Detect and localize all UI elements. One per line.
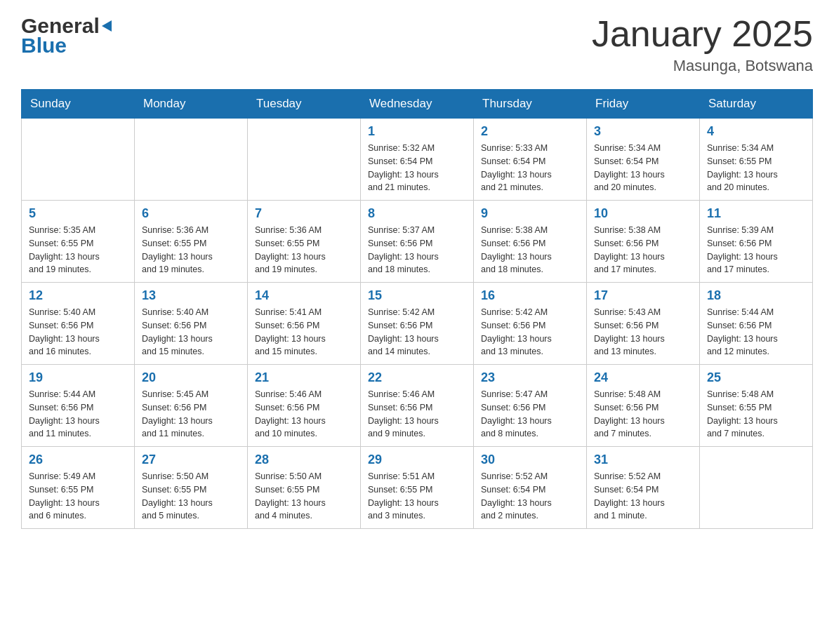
day-number: 8 <box>368 206 466 221</box>
day-of-week-header: Sunday <box>22 90 135 119</box>
day-number: 26 <box>29 452 127 467</box>
day-number: 2 <box>481 124 579 139</box>
calendar-cell: 13Sunrise: 5:40 AM Sunset: 6:56 PM Dayli… <box>135 283 248 365</box>
day-info: Sunrise: 5:39 AM Sunset: 6:56 PM Dayligh… <box>707 224 805 276</box>
day-number: 15 <box>368 288 466 303</box>
calendar-cell: 19Sunrise: 5:44 AM Sunset: 6:56 PM Dayli… <box>22 365 135 447</box>
day-number: 1 <box>368 124 466 139</box>
calendar-cell: 30Sunrise: 5:52 AM Sunset: 6:54 PM Dayli… <box>474 447 587 529</box>
day-number: 16 <box>481 288 579 303</box>
calendar-cell: 28Sunrise: 5:50 AM Sunset: 6:55 PM Dayli… <box>248 447 361 529</box>
day-info: Sunrise: 5:42 AM Sunset: 6:56 PM Dayligh… <box>368 306 466 358</box>
calendar-cell: 25Sunrise: 5:48 AM Sunset: 6:55 PM Dayli… <box>700 365 813 447</box>
page-header: General Blue January 2025 Masunga, Botsw… <box>21 14 813 75</box>
day-number: 19 <box>29 370 127 385</box>
calendar-week-row: 26Sunrise: 5:49 AM Sunset: 6:55 PM Dayli… <box>22 447 813 529</box>
calendar-week-row: 5Sunrise: 5:35 AM Sunset: 6:55 PM Daylig… <box>22 201 813 283</box>
calendar-week-row: 12Sunrise: 5:40 AM Sunset: 6:56 PM Dayli… <box>22 283 813 365</box>
calendar-cell: 20Sunrise: 5:45 AM Sunset: 6:56 PM Dayli… <box>135 365 248 447</box>
day-info: Sunrise: 5:52 AM Sunset: 6:54 PM Dayligh… <box>594 470 692 523</box>
calendar-cell <box>135 119 248 201</box>
day-number: 25 <box>707 370 805 385</box>
day-number: 14 <box>255 288 353 303</box>
calendar-cell <box>248 119 361 201</box>
day-info: Sunrise: 5:42 AM Sunset: 6:56 PM Dayligh… <box>481 306 579 358</box>
calendar-cell: 29Sunrise: 5:51 AM Sunset: 6:55 PM Dayli… <box>361 447 474 529</box>
day-info: Sunrise: 5:46 AM Sunset: 6:56 PM Dayligh… <box>368 388 466 441</box>
day-of-week-header: Wednesday <box>361 90 474 119</box>
day-info: Sunrise: 5:44 AM Sunset: 6:56 PM Dayligh… <box>707 306 805 358</box>
day-info: Sunrise: 5:45 AM Sunset: 6:56 PM Dayligh… <box>142 388 240 441</box>
day-number: 10 <box>594 206 692 221</box>
day-number: 24 <box>594 370 692 385</box>
calendar-cell: 18Sunrise: 5:44 AM Sunset: 6:56 PM Dayli… <box>700 283 813 365</box>
day-of-week-header: Thursday <box>474 90 587 119</box>
location: Masunga, Botswana <box>592 57 813 75</box>
calendar-cell: 22Sunrise: 5:46 AM Sunset: 6:56 PM Dayli… <box>361 365 474 447</box>
calendar-cell <box>22 119 135 201</box>
day-info: Sunrise: 5:49 AM Sunset: 6:55 PM Dayligh… <box>29 470 127 523</box>
calendar-cell: 8Sunrise: 5:37 AM Sunset: 6:56 PM Daylig… <box>361 201 474 283</box>
calendar-cell: 17Sunrise: 5:43 AM Sunset: 6:56 PM Dayli… <box>587 283 700 365</box>
calendar-cell: 3Sunrise: 5:34 AM Sunset: 6:54 PM Daylig… <box>587 119 700 201</box>
day-info: Sunrise: 5:37 AM Sunset: 6:56 PM Dayligh… <box>368 224 466 276</box>
calendar-cell: 5Sunrise: 5:35 AM Sunset: 6:55 PM Daylig… <box>22 201 135 283</box>
calendar-cell: 27Sunrise: 5:50 AM Sunset: 6:55 PM Dayli… <box>135 447 248 529</box>
logo-blue-text: Blue <box>21 34 112 58</box>
day-info: Sunrise: 5:50 AM Sunset: 6:55 PM Dayligh… <box>142 470 240 523</box>
calendar-table: SundayMondayTuesdayWednesdayThursdayFrid… <box>21 89 813 529</box>
title-section: January 2025 Masunga, Botswana <box>592 14 813 75</box>
day-info: Sunrise: 5:50 AM Sunset: 6:55 PM Dayligh… <box>255 470 353 523</box>
day-info: Sunrise: 5:48 AM Sunset: 6:55 PM Dayligh… <box>707 388 805 441</box>
calendar-cell: 11Sunrise: 5:39 AM Sunset: 6:56 PM Dayli… <box>700 201 813 283</box>
day-number: 9 <box>481 206 579 221</box>
calendar-cell: 7Sunrise: 5:36 AM Sunset: 6:55 PM Daylig… <box>248 201 361 283</box>
day-info: Sunrise: 5:47 AM Sunset: 6:56 PM Dayligh… <box>481 388 579 441</box>
day-info: Sunrise: 5:44 AM Sunset: 6:56 PM Dayligh… <box>29 388 127 441</box>
day-info: Sunrise: 5:51 AM Sunset: 6:55 PM Dayligh… <box>368 470 466 523</box>
day-number: 3 <box>594 124 692 139</box>
day-number: 21 <box>255 370 353 385</box>
calendar-cell: 12Sunrise: 5:40 AM Sunset: 6:56 PM Dayli… <box>22 283 135 365</box>
calendar-cell: 4Sunrise: 5:34 AM Sunset: 6:55 PM Daylig… <box>700 119 813 201</box>
calendar-cell: 14Sunrise: 5:41 AM Sunset: 6:56 PM Dayli… <box>248 283 361 365</box>
day-of-week-header: Monday <box>135 90 248 119</box>
calendar-cell: 26Sunrise: 5:49 AM Sunset: 6:55 PM Dayli… <box>22 447 135 529</box>
day-number: 30 <box>481 452 579 467</box>
day-number: 18 <box>707 288 805 303</box>
day-info: Sunrise: 5:41 AM Sunset: 6:56 PM Dayligh… <box>255 306 353 358</box>
month-title: January 2025 <box>592 14 813 54</box>
calendar-cell <box>700 447 813 529</box>
day-info: Sunrise: 5:36 AM Sunset: 6:55 PM Dayligh… <box>255 224 353 276</box>
day-info: Sunrise: 5:38 AM Sunset: 6:56 PM Dayligh… <box>594 224 692 276</box>
day-info: Sunrise: 5:34 AM Sunset: 6:55 PM Dayligh… <box>707 142 805 194</box>
day-info: Sunrise: 5:52 AM Sunset: 6:54 PM Dayligh… <box>481 470 579 523</box>
day-number: 6 <box>142 206 240 221</box>
calendar-cell: 2Sunrise: 5:33 AM Sunset: 6:54 PM Daylig… <box>474 119 587 201</box>
day-info: Sunrise: 5:33 AM Sunset: 6:54 PM Dayligh… <box>481 142 579 194</box>
day-number: 22 <box>368 370 466 385</box>
calendar-cell: 16Sunrise: 5:42 AM Sunset: 6:56 PM Dayli… <box>474 283 587 365</box>
calendar-cell: 10Sunrise: 5:38 AM Sunset: 6:56 PM Dayli… <box>587 201 700 283</box>
day-number: 4 <box>707 124 805 139</box>
calendar-header-row: SundayMondayTuesdayWednesdayThursdayFrid… <box>22 90 813 119</box>
calendar-cell: 6Sunrise: 5:36 AM Sunset: 6:55 PM Daylig… <box>135 201 248 283</box>
day-number: 13 <box>142 288 240 303</box>
calendar-cell: 24Sunrise: 5:48 AM Sunset: 6:56 PM Dayli… <box>587 365 700 447</box>
day-number: 23 <box>481 370 579 385</box>
day-number: 29 <box>368 452 466 467</box>
calendar-cell: 31Sunrise: 5:52 AM Sunset: 6:54 PM Dayli… <box>587 447 700 529</box>
day-info: Sunrise: 5:35 AM Sunset: 6:55 PM Dayligh… <box>29 224 127 276</box>
day-info: Sunrise: 5:32 AM Sunset: 6:54 PM Dayligh… <box>368 142 466 194</box>
day-number: 28 <box>255 452 353 467</box>
day-number: 11 <box>707 206 805 221</box>
calendar-week-row: 1Sunrise: 5:32 AM Sunset: 6:54 PM Daylig… <box>22 119 813 201</box>
day-info: Sunrise: 5:40 AM Sunset: 6:56 PM Dayligh… <box>142 306 240 358</box>
day-info: Sunrise: 5:40 AM Sunset: 6:56 PM Dayligh… <box>29 306 127 358</box>
day-number: 27 <box>142 452 240 467</box>
day-of-week-header: Friday <box>587 90 700 119</box>
day-number: 5 <box>29 206 127 221</box>
day-info: Sunrise: 5:34 AM Sunset: 6:54 PM Dayligh… <box>594 142 692 194</box>
day-number: 31 <box>594 452 692 467</box>
logo-triangle-icon <box>102 20 112 32</box>
